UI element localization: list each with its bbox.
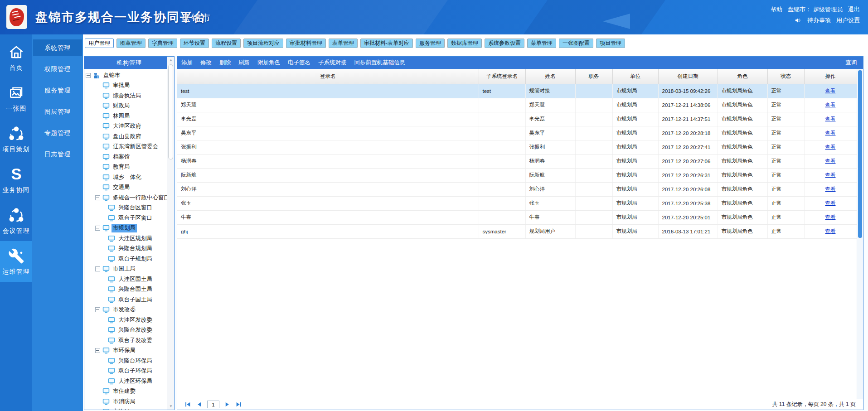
tree-node[interactable]: 综合执法局 xyxy=(84,91,174,101)
table-row[interactable]: 郑天慧郑天慧市规划局2017-12-21 14:38:06市规划局角色正常查看 xyxy=(177,98,857,112)
table-row[interactable]: ghjsysmaster规划局用户市规划局2016-03-13 17:01:21… xyxy=(177,224,857,238)
view-link[interactable]: 查看 xyxy=(825,186,836,192)
tree-node[interactable]: 盘锦市 xyxy=(84,70,174,81)
submenu-item[interactable]: 权限管理 xyxy=(33,61,82,77)
tree-node[interactable]: 大洼区国土局 xyxy=(84,274,174,285)
first-page-button[interactable] xyxy=(184,401,191,408)
view-link[interactable]: 查看 xyxy=(825,130,836,135)
tab[interactable]: 数据库管理 xyxy=(447,39,482,48)
scroll-up-icon[interactable]: ▲ xyxy=(167,57,175,63)
tab[interactable]: 审批材料-表单对应 xyxy=(360,39,413,48)
tab[interactable]: 字典管理 xyxy=(148,39,177,48)
tree-node[interactable]: 双台子环保局 xyxy=(84,366,174,377)
table-row[interactable]: testtest规管对接市规划局2018-03-15 09:42:26市规划局角… xyxy=(177,84,857,98)
column-header[interactable]: 状态 xyxy=(767,69,804,84)
tree-node[interactable]: 教育局 xyxy=(84,162,174,173)
tab[interactable]: 环节设置 xyxy=(180,39,209,48)
tree-node[interactable]: 多规合一行政中心窗口 xyxy=(84,193,174,203)
last-page-button[interactable] xyxy=(235,401,242,408)
tree-node[interactable]: 兴隆台发改委 xyxy=(84,325,174,336)
toolbar-action[interactable]: 添加 xyxy=(181,59,193,67)
view-link[interactable]: 查看 xyxy=(825,116,836,121)
column-header[interactable]: 操作 xyxy=(804,69,857,84)
sidebar-item-meeting-management[interactable]: 会议管理 xyxy=(0,200,32,241)
tree-node[interactable]: 盘山县政府 xyxy=(84,131,174,142)
tree-node[interactable]: 双台子国土局 xyxy=(84,295,174,305)
tab[interactable]: 流程设置 xyxy=(212,39,241,48)
toolbar-action[interactable]: 刷新 xyxy=(238,59,250,67)
tree-node[interactable]: 辽东湾新区管委会 xyxy=(84,142,174,152)
table-scrollbar[interactable] xyxy=(857,69,863,399)
page-input[interactable] xyxy=(207,401,219,408)
tab[interactable]: 用户管理 xyxy=(85,39,114,48)
sidebar-item-home[interactable]: 首页 xyxy=(0,37,32,78)
column-header[interactable]: 登录名 xyxy=(177,69,479,84)
tree-node[interactable]: 市规划局 xyxy=(84,223,174,234)
tree-node[interactable]: 交通局 xyxy=(84,183,174,193)
sidebar-item-project-planning[interactable]: 项目策划 xyxy=(0,119,32,160)
tab[interactable]: 一张图配置 xyxy=(559,39,593,48)
toolbar-action[interactable]: 子系统对接 xyxy=(318,59,347,67)
tree-node[interactable]: 兴隆台国土局 xyxy=(84,285,174,295)
tab[interactable]: 系统参数设置 xyxy=(485,39,524,48)
submenu-item[interactable]: 图层管理 xyxy=(33,103,82,120)
column-header[interactable]: 创建日期 xyxy=(658,69,718,84)
tab[interactable]: 服务管理 xyxy=(416,39,445,48)
tree-expander-icon[interactable] xyxy=(95,348,100,353)
tab[interactable]: 表单管理 xyxy=(329,39,358,48)
tree-node[interactable]: 市消防局 xyxy=(84,396,174,407)
toolbar-action[interactable]: 修改 xyxy=(200,59,212,67)
tree-node[interactable]: 双台子发改委 xyxy=(84,335,174,346)
view-link[interactable]: 查看 xyxy=(825,102,836,107)
tree-node[interactable]: 档案馆 xyxy=(84,152,174,162)
tab[interactable]: 图章管理 xyxy=(116,39,145,48)
tree-node[interactable]: 双台子区窗口 xyxy=(84,213,174,223)
tab[interactable]: 菜单管理 xyxy=(527,39,556,48)
tree-node[interactable]: 双台子规划局 xyxy=(84,254,174,264)
tab[interactable]: 项目管理 xyxy=(596,39,625,48)
view-link[interactable]: 查看 xyxy=(825,144,836,150)
tree-expander-icon[interactable] xyxy=(95,226,100,231)
submenu-item[interactable]: 专题管理 xyxy=(33,125,82,141)
tree-node[interactable]: 大洼区政府 xyxy=(84,121,174,132)
help-link[interactable]: 帮助 xyxy=(771,4,782,15)
tab[interactable]: 项目流程对应 xyxy=(243,39,283,48)
todo-link[interactable]: 待办事项 xyxy=(807,15,831,26)
view-link[interactable]: 查看 xyxy=(825,214,836,220)
tree-node[interactable]: 兴隆台环保局 xyxy=(84,356,174,366)
tree-node[interactable]: 兴隆台区窗口 xyxy=(84,203,174,213)
table-row[interactable]: 李光磊李光磊市规划局2017-12-21 14:37:51市规划局角色正常查看 xyxy=(177,112,857,126)
tree-node[interactable]: 兴隆台规划局 xyxy=(84,244,174,254)
sidebar-item-one-map[interactable]: 一张图 xyxy=(0,78,32,119)
table-row[interactable]: 杨润春杨润春市规划局2017-12-20 20:27:06市规划局角色正常查看 xyxy=(177,154,857,168)
tree-node[interactable]: 市国土局 xyxy=(84,264,174,275)
tree-expander-icon[interactable] xyxy=(95,195,100,200)
sidebar-item-operations-management[interactable]: 运维管理 xyxy=(0,241,32,282)
column-header[interactable]: 职务 xyxy=(575,69,612,84)
view-link[interactable]: 查看 xyxy=(825,200,836,206)
tree-scrollbar[interactable]: ▲ ▼ xyxy=(167,57,174,410)
tree-node[interactable]: 市发改委 xyxy=(84,305,174,315)
tree-node[interactable]: 城乡一体化 xyxy=(84,172,174,183)
tree-node[interactable]: 审批局 xyxy=(84,81,174,91)
submenu-item[interactable]: 日志管理 xyxy=(33,146,82,163)
view-link[interactable]: 查看 xyxy=(825,158,836,164)
next-page-button[interactable] xyxy=(224,401,231,408)
tree-scrollbar-thumb[interactable] xyxy=(168,64,173,160)
table-row[interactable]: 吴东平吴东平市规划局2017-12-20 20:28:18市规划局角色正常查看 xyxy=(177,126,857,140)
table-row[interactable]: 阮新航阮新航市规划局2017-12-20 20:26:31市规划局角色正常查看 xyxy=(177,168,857,182)
submenu-item[interactable]: 服务管理 xyxy=(33,82,82,99)
search-button[interactable]: 查询 xyxy=(845,59,863,67)
column-header[interactable]: 单位 xyxy=(612,69,658,84)
logout-link[interactable]: 退出 xyxy=(848,4,860,15)
user-settings-link[interactable]: 用户设置 xyxy=(836,15,860,26)
toolbar-action[interactable]: 同步前置机基础信息 xyxy=(354,59,406,67)
tree-node[interactable]: 大洼区规划局 xyxy=(84,233,174,244)
submenu-item[interactable]: 系统管理 xyxy=(33,39,82,56)
toolbar-action[interactable]: 附加角色 xyxy=(257,59,280,67)
tree-expander-icon[interactable] xyxy=(95,307,100,312)
tree-node[interactable]: 财政局 xyxy=(84,101,174,111)
tree-node[interactable]: 大洼区发改委 xyxy=(84,315,174,325)
column-header[interactable]: 子系统登录名 xyxy=(479,69,525,84)
tree-expander-icon[interactable] xyxy=(95,266,100,271)
